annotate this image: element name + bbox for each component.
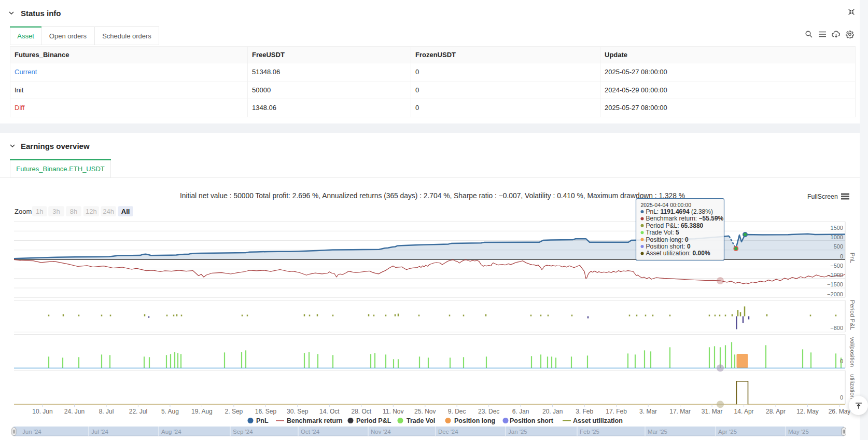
svg-text:9. Dec: 9. Dec: [448, 408, 466, 415]
svg-text:12. May: 12. May: [796, 408, 819, 415]
svg-text:1500: 1500: [831, 225, 843, 231]
svg-text:Aug '24: Aug '24: [161, 429, 181, 435]
svg-text:Period P&L: Period P&L: [356, 417, 391, 424]
svg-text:14. Apr: 14. Apr: [734, 408, 754, 415]
svg-text:PnL: PnL: [849, 253, 856, 264]
svg-text:Period P&L: Period P&L: [849, 300, 856, 331]
svg-text:28. Oct: 28. Oct: [351, 408, 371, 415]
svg-text:Mar '25: Mar '25: [648, 429, 667, 435]
svg-text:vol/position: vol/position: [849, 337, 856, 367]
svg-text:Position short: Position short: [510, 417, 554, 424]
svg-text:8h: 8h: [70, 208, 77, 215]
svg-text:Feb '25: Feb '25: [580, 429, 599, 435]
svg-text:Asset utilization: 0.00%: Asset utilization: 0.00%: [646, 250, 710, 257]
svg-text:20. Jan: 20. Jan: [542, 408, 563, 415]
svg-text:31. Mar: 31. Mar: [702, 408, 723, 415]
svg-text:PnL: 1191.4694 (2.38%): PnL: 1191.4694 (2.38%): [646, 208, 713, 215]
svg-text:6. Jan: 6. Jan: [512, 408, 529, 415]
svg-text:0: 0: [840, 253, 843, 259]
svg-text:3. Mar: 3. Mar: [639, 408, 657, 415]
svg-text:22. Jul: 22. Jul: [129, 408, 147, 415]
svg-text:26. May: 26. May: [829, 408, 851, 415]
svg-text:17. Mar: 17. Mar: [669, 408, 691, 415]
svg-text:1000: 1000: [831, 234, 843, 240]
svg-text:14. Oct: 14. Oct: [319, 408, 340, 415]
svg-text:2. Sep: 2. Sep: [225, 408, 243, 415]
svg-text:Nov '24: Nov '24: [371, 429, 391, 435]
svg-text:0: 0: [840, 394, 843, 401]
svg-text:Jul '24: Jul '24: [91, 429, 108, 435]
svg-text:All: All: [121, 208, 130, 215]
svg-text:Position short: 0: Position short: 0: [646, 243, 691, 250]
svg-text:FullScreen: FullScreen: [807, 193, 838, 200]
svg-text:28. Apr: 28. Apr: [766, 408, 786, 415]
svg-text:Asset utilization: Asset utilization: [573, 417, 623, 424]
svg-text:utilization: utilization: [849, 374, 856, 399]
svg-text:19. Aug: 19. Aug: [191, 408, 213, 415]
svg-text:Trade Vol: 5: Trade Vol: 5: [646, 229, 680, 236]
svg-text:Jun '24: Jun '24: [22, 429, 41, 435]
svg-text:0: 0: [840, 358, 843, 364]
svg-text:12h: 12h: [86, 208, 97, 215]
svg-text:10. Jun: 10. Jun: [32, 408, 52, 415]
svg-text:3. Feb: 3. Feb: [576, 408, 593, 415]
svg-text:30. Sep: 30. Sep: [287, 408, 309, 415]
svg-text:Position long: Position long: [454, 417, 495, 424]
svg-text:Zoom: Zoom: [15, 208, 32, 215]
svg-text:16. Sep: 16. Sep: [255, 408, 277, 415]
svg-text:500: 500: [834, 243, 843, 250]
svg-text:23. Dec: 23. Dec: [478, 408, 499, 415]
svg-text:Position long: 0: Position long: 0: [646, 236, 689, 243]
svg-text:Dec '24: Dec '24: [438, 429, 458, 435]
svg-text:25. Nov: 25. Nov: [414, 408, 436, 415]
svg-text:Benchmark return: Benchmark return: [287, 417, 343, 424]
svg-text:1h: 1h: [36, 208, 43, 215]
svg-text:5. Aug: 5. Aug: [161, 408, 179, 415]
svg-text:Oct '24: Oct '24: [301, 429, 320, 435]
svg-text:−1500: −1500: [827, 281, 843, 287]
svg-text:11. Nov: 11. Nov: [383, 408, 403, 415]
svg-text:2025-04-04 00:00:00: 2025-04-04 00:00:00: [641, 202, 692, 208]
svg-text:8. Jul: 8. Jul: [99, 408, 114, 415]
svg-text:17. Feb: 17. Feb: [606, 408, 627, 415]
svg-text:PnL: PnL: [256, 417, 269, 424]
svg-text:−2000: −2000: [827, 291, 843, 297]
svg-text:24. Jun: 24. Jun: [64, 408, 85, 415]
svg-text:Period P&L: 65.3880: Period P&L: 65.3880: [646, 222, 704, 229]
svg-text:−500: −500: [830, 263, 843, 269]
svg-text:−800: −800: [830, 325, 843, 331]
svg-text:24h: 24h: [103, 208, 114, 215]
svg-text:−1000: −1000: [827, 272, 843, 278]
svg-text:Jan '25: Jan '25: [508, 429, 527, 435]
svg-text:3h: 3h: [52, 208, 60, 215]
svg-text:Initial net value : 50000 Tota: Initial net value : 50000 Total profit: …: [180, 192, 685, 200]
svg-text:Trade Vol: Trade Vol: [407, 417, 435, 424]
svg-text:Apr '25: Apr '25: [718, 429, 737, 435]
svg-text:May '25: May '25: [788, 429, 809, 435]
svg-text:Benchmark return: −55.59%: Benchmark return: −55.59%: [646, 215, 724, 222]
svg-text:Sep '24: Sep '24: [233, 429, 253, 435]
